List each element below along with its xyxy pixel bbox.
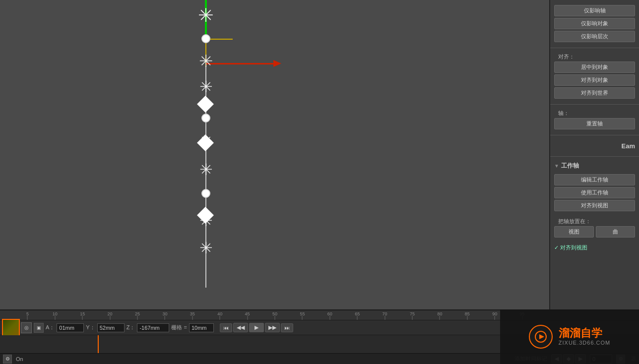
viewport-canvas: ✳ ✳ ✳ ✳ ✳ ✳ ✳ 孤立当前选择切换 bbox=[0, 0, 549, 309]
isolate-btn[interactable]: ◎ bbox=[21, 322, 32, 333]
use-work-axis-btn[interactable]: 使用工作轴 bbox=[554, 187, 635, 198]
tick-line-90 bbox=[495, 316, 495, 320]
tick-line-80 bbox=[440, 316, 440, 320]
y-label: Y： bbox=[86, 324, 95, 331]
panel-affect-section: 仅影响轴 仅影响对象 仅影响层次 bbox=[550, 3, 639, 46]
selection-thumbnail bbox=[2, 319, 20, 337]
main-container: ✳ ✳ ✳ ✳ ✳ ✳ ✳ 孤立当前选择切换 bbox=[0, 0, 639, 364]
right-panel: 仅影响轴 仅影响对象 仅影响层次 对齐： 居中到对象 对齐到对象 对齐到世界 轴… bbox=[550, 0, 639, 309]
center-to-object-btn[interactable]: 居中到对象 bbox=[554, 61, 635, 73]
select-filter-icon: ▣ bbox=[37, 325, 41, 330]
isolate-icon: ◎ bbox=[24, 325, 29, 330]
go-end-btn[interactable]: ⏭ bbox=[281, 323, 293, 332]
panel-place-section: 把轴放置在： 视图 曲 bbox=[550, 215, 639, 241]
watermark-title: 溜溜自学 bbox=[559, 328, 610, 339]
panel-work-axis-section: 编辑工作轴 使用工作轴 对齐到视图 bbox=[550, 172, 639, 215]
z-label: Z： bbox=[127, 324, 135, 331]
align-to-view-check: ✓ 对齐到视图 bbox=[554, 243, 635, 252]
affect-object-btn[interactable]: 仅影响对象 bbox=[554, 18, 635, 29]
transport-controls: ⏮ ◀◀ ▶ ▶▶ ⏭ bbox=[220, 323, 293, 332]
place-label: 把轴放置在： bbox=[554, 217, 635, 226]
go-start-btn[interactable]: ⏮ bbox=[220, 323, 232, 332]
tick-line-15 bbox=[82, 316, 83, 320]
tick-line-45 bbox=[247, 316, 248, 320]
top-area: ✳ ✳ ✳ ✳ ✳ ✳ ✳ 孤立当前选择切换 bbox=[0, 0, 639, 309]
curve-btn[interactable]: 曲 bbox=[596, 226, 636, 238]
affect-layer-btn[interactable]: 仅影响层次 bbox=[554, 31, 635, 42]
a-input[interactable] bbox=[57, 323, 84, 332]
grid-input[interactable] bbox=[189, 323, 214, 332]
a-label: A： bbox=[46, 324, 55, 331]
tick-line-85 bbox=[467, 316, 467, 320]
divider-4 bbox=[550, 156, 639, 157]
next-key-btn[interactable]: ▶▶ bbox=[265, 323, 280, 332]
status-icon-1-glyph: ⚙ bbox=[5, 356, 10, 362]
tick-line-30 bbox=[165, 316, 165, 320]
watermark: 溜溜自学 ZIXUE.3D66.COM bbox=[500, 309, 639, 364]
y-input[interactable] bbox=[97, 323, 125, 332]
status-icon-1[interactable]: ⚙ bbox=[3, 355, 12, 364]
panel-align-section: 对齐： 居中到对象 对齐到对象 对齐到世界 bbox=[550, 50, 639, 102]
tick-line-55 bbox=[302, 316, 303, 320]
star-7: ✳ bbox=[193, 238, 218, 258]
circle-2 bbox=[201, 114, 210, 122]
star-5: ✳ bbox=[193, 160, 218, 180]
tick-line-20 bbox=[110, 316, 110, 320]
tick-line-35 bbox=[192, 316, 192, 320]
svg-marker-1 bbox=[539, 334, 544, 339]
align-to-world-btn[interactable]: 对齐到世界 bbox=[554, 87, 635, 99]
select-filter-btn[interactable]: ▣ bbox=[34, 323, 44, 333]
watermark-subtitle: ZIXUE.3D66.COM bbox=[559, 340, 610, 346]
tick-line-10 bbox=[55, 316, 55, 320]
align-to-view-btn[interactable]: 对齐到视图 bbox=[554, 200, 635, 211]
panel-axis-section: 轴： 重置轴 bbox=[550, 107, 639, 133]
thumbnail-area: ◎ bbox=[2, 319, 32, 337]
grid-label: 栅格 = bbox=[171, 324, 187, 331]
watermark-logo-svg bbox=[534, 330, 548, 344]
circle-1 bbox=[201, 34, 210, 43]
affect-axis-btn[interactable]: 仅影响轴 bbox=[554, 5, 635, 16]
panel-align-view-section: ✓ 对齐到视图 bbox=[550, 241, 639, 254]
red-arrow-head bbox=[273, 60, 281, 67]
work-axis-arrow: ▼ bbox=[554, 163, 559, 169]
align-label: 对齐： bbox=[554, 52, 635, 61]
star-3: ✳ bbox=[193, 77, 218, 97]
tick-line-75 bbox=[412, 316, 413, 320]
watermark-inner: 溜溜自学 ZIXUE.3D66.COM bbox=[529, 325, 610, 349]
divider-1 bbox=[550, 48, 639, 48]
reset-axis-btn[interactable]: 重置轴 bbox=[554, 118, 635, 129]
view-btn[interactable]: 视图 bbox=[554, 226, 594, 238]
divider-2 bbox=[550, 104, 639, 105]
axis-label: 轴： bbox=[554, 109, 635, 118]
tick-line-65 bbox=[357, 316, 358, 320]
tick-line-25 bbox=[137, 316, 138, 320]
tick-line-40 bbox=[220, 316, 220, 320]
playhead bbox=[98, 335, 99, 353]
work-axis-label: 工作轴 bbox=[561, 162, 579, 170]
prev-key-btn[interactable]: ◀◀ bbox=[233, 323, 248, 332]
watermark-logo bbox=[529, 325, 553, 349]
star-1: ✳ bbox=[193, 4, 218, 26]
watermark-text-block: 溜溜自学 ZIXUE.3D66.COM bbox=[559, 328, 610, 346]
eam-label: Eam bbox=[622, 142, 635, 150]
place-buttons: 视图 曲 bbox=[554, 226, 635, 239]
circle-3 bbox=[201, 189, 210, 198]
tick-line-70 bbox=[384, 316, 385, 320]
tick-line-50 bbox=[275, 316, 275, 320]
tick-line-60 bbox=[329, 316, 330, 320]
on-label: On bbox=[16, 356, 23, 362]
eam-section: Eam bbox=[550, 137, 639, 154]
work-axis-section-title: ▼ 工作轴 bbox=[550, 159, 639, 172]
divider-3 bbox=[550, 135, 639, 135]
star-2: ✳ bbox=[193, 50, 218, 72]
viewport[interactable]: ✳ ✳ ✳ ✳ ✳ ✳ ✳ 孤立当前选择切换 bbox=[0, 0, 550, 309]
z-input[interactable] bbox=[137, 323, 169, 332]
play-btn[interactable]: ▶ bbox=[249, 323, 264, 332]
align-to-object-btn[interactable]: 对齐到对象 bbox=[554, 74, 635, 86]
diamond-1 bbox=[197, 96, 214, 113]
edit-work-axis-btn[interactable]: 编辑工作轴 bbox=[554, 174, 635, 185]
